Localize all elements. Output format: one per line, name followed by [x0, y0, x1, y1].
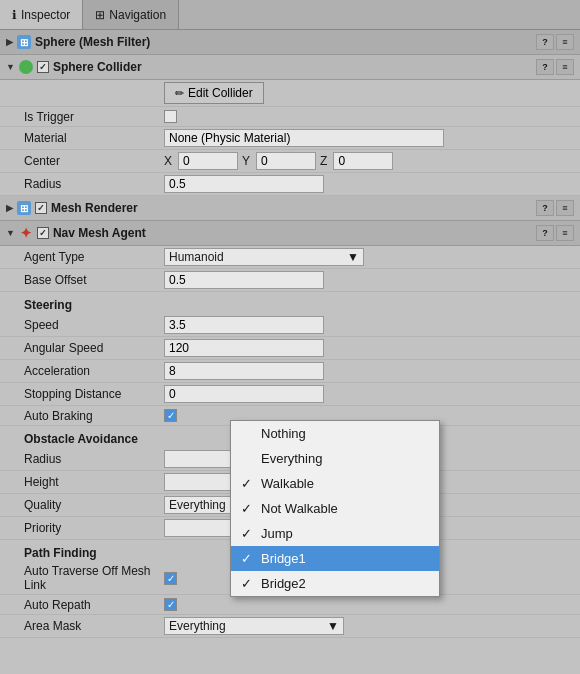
- dropdown-item-bridge1-label: Bridge1: [261, 551, 306, 566]
- is-trigger-row: Is Trigger: [0, 107, 580, 127]
- mesh-filter-help-btn[interactable]: ?: [536, 34, 554, 50]
- inspector-label: Inspector: [21, 8, 70, 22]
- edit-collider-value: ✏ Edit Collider: [164, 82, 572, 104]
- nav-mesh-help-btn[interactable]: ?: [536, 225, 554, 241]
- radius-collider-value: [164, 175, 572, 193]
- angular-speed-label: Angular Speed: [24, 341, 164, 355]
- agent-type-row: Agent Type Humanoid ▼: [0, 246, 580, 269]
- mesh-filter-buttons: ? ≡: [536, 34, 574, 50]
- dropdown-item-walkable-label: Walkable: [261, 476, 314, 491]
- center-x-input[interactable]: [178, 152, 238, 170]
- height-label: Height: [24, 475, 164, 489]
- sphere-collider-buttons: ? ≡: [536, 59, 574, 75]
- base-offset-value: [164, 271, 572, 289]
- mesh-renderer-menu-btn[interactable]: ≡: [556, 200, 574, 216]
- tab-inspector[interactable]: ℹ Inspector: [0, 0, 83, 29]
- edit-collider-icon: ✏: [175, 87, 184, 100]
- dropdown-item-everything-label: Everything: [261, 451, 322, 466]
- auto-braking-checkbox[interactable]: ✓: [164, 409, 177, 422]
- mesh-renderer-header[interactable]: ▶ ⊞ Mesh Renderer ? ≡: [0, 196, 580, 221]
- mesh-filter-header[interactable]: ▶ ⊞ Sphere (Mesh Filter) ? ≡: [0, 30, 580, 55]
- angular-speed-row: Angular Speed: [0, 337, 580, 360]
- material-row: Material: [0, 127, 580, 150]
- center-label: Center: [24, 154, 164, 168]
- center-y-label: Y: [242, 154, 250, 168]
- auto-repath-checkbox[interactable]: ✓: [164, 598, 177, 611]
- base-offset-input[interactable]: [164, 271, 324, 289]
- mesh-renderer-title: Mesh Renderer: [51, 201, 138, 215]
- speed-input[interactable]: [164, 316, 324, 334]
- nav-mesh-menu-btn[interactable]: ≡: [556, 225, 574, 241]
- steering-label: Steering: [24, 298, 72, 312]
- mesh-renderer-help-btn[interactable]: ?: [536, 200, 554, 216]
- stopping-distance-value: [164, 385, 572, 403]
- inspector-content: ▶ ⊞ Sphere (Mesh Filter) ? ≡ ▼ Sphere Co…: [0, 30, 580, 674]
- navigation-icon: ⊞: [95, 8, 105, 22]
- area-mask-dropdown[interactable]: Everything ▼: [164, 617, 344, 635]
- mesh-renderer-icon: ⊞: [17, 201, 31, 215]
- inspector-icon: ℹ: [12, 8, 17, 22]
- quality-label: Quality: [24, 498, 164, 512]
- dropdown-item-nothing[interactable]: Nothing: [231, 421, 439, 446]
- nav-mesh-header[interactable]: ▼ ✦ Nav Mesh Agent ? ≡: [0, 221, 580, 246]
- area-mask-row: Area Mask Everything ▼: [0, 615, 580, 638]
- speed-value: [164, 316, 572, 334]
- dropdown-item-everything[interactable]: Everything: [231, 446, 439, 471]
- agent-type-dropdown[interactable]: Humanoid ▼: [164, 248, 364, 266]
- radius-collider-row: Radius: [0, 173, 580, 196]
- not-walkable-check: ✓: [241, 501, 252, 516]
- sphere-collider-menu-btn[interactable]: ≡: [556, 59, 574, 75]
- dropdown-item-bridge1[interactable]: ✓ Bridge1: [231, 546, 439, 571]
- is-trigger-checkbox[interactable]: [164, 110, 177, 123]
- nav-mesh-arrow: ▼: [6, 228, 15, 238]
- acceleration-input[interactable]: [164, 362, 324, 380]
- is-trigger-value: [164, 110, 572, 123]
- agent-type-arrow: ▼: [347, 250, 359, 264]
- nav-mesh-enable[interactable]: [37, 227, 49, 239]
- acceleration-row: Acceleration: [0, 360, 580, 383]
- mesh-renderer-arrow: ▶: [6, 203, 13, 213]
- dropdown-item-not-walkable[interactable]: ✓ Not Walkable: [231, 496, 439, 521]
- bridge1-check: ✓: [241, 551, 252, 566]
- sphere-collider-icon: [19, 60, 33, 74]
- bridge2-check: ✓: [241, 576, 252, 591]
- auto-traverse-checkbox[interactable]: ✓: [164, 572, 177, 585]
- speed-label: Speed: [24, 318, 164, 332]
- tab-navigation[interactable]: ⊞ Navigation: [83, 0, 179, 29]
- auto-repath-check: ✓: [167, 599, 175, 610]
- area-mask-selected: Everything: [169, 619, 226, 633]
- dropdown-item-bridge2[interactable]: ✓ Bridge2: [231, 571, 439, 596]
- radius-collider-input[interactable]: [164, 175, 324, 193]
- mesh-filter-title: Sphere (Mesh Filter): [35, 35, 150, 49]
- dropdown-item-jump[interactable]: ✓ Jump: [231, 521, 439, 546]
- tab-bar: ℹ Inspector ⊞ Navigation: [0, 0, 580, 30]
- mesh-filter-menu-btn[interactable]: ≡: [556, 34, 574, 50]
- speed-row: Speed: [0, 314, 580, 337]
- center-value: X Y Z: [164, 152, 572, 170]
- sphere-collider-help-btn[interactable]: ?: [536, 59, 554, 75]
- mesh-renderer-buttons: ? ≡: [536, 200, 574, 216]
- stopping-distance-row: Stopping Distance: [0, 383, 580, 406]
- material-value: [164, 129, 572, 147]
- mesh-renderer-enable[interactable]: [35, 202, 47, 214]
- stopping-distance-input[interactable]: [164, 385, 324, 403]
- center-y-input[interactable]: [256, 152, 316, 170]
- dropdown-item-nothing-label: Nothing: [261, 426, 306, 441]
- center-z-input[interactable]: [333, 152, 393, 170]
- edit-collider-button[interactable]: ✏ Edit Collider: [164, 82, 264, 104]
- sphere-collider-header[interactable]: ▼ Sphere Collider ? ≡: [0, 55, 580, 80]
- material-input[interactable]: [164, 129, 444, 147]
- obstacle-avoidance-label: Obstacle Avoidance: [24, 432, 138, 446]
- dropdown-item-walkable[interactable]: ✓ Walkable: [231, 471, 439, 496]
- edit-collider-row: ✏ Edit Collider: [0, 80, 580, 107]
- auto-repath-row: Auto Repath ✓: [0, 595, 580, 615]
- auto-braking-check: ✓: [167, 410, 175, 421]
- stopping-distance-label: Stopping Distance: [24, 387, 164, 401]
- material-label: Material: [24, 131, 164, 145]
- sphere-collider-enable[interactable]: [37, 61, 49, 73]
- angular-speed-input[interactable]: [164, 339, 324, 357]
- quality-selected: Everything: [169, 498, 226, 512]
- agent-type-selected: Humanoid: [169, 250, 224, 264]
- sphere-collider-title: Sphere Collider: [53, 60, 142, 74]
- agent-type-value: Humanoid ▼: [164, 248, 572, 266]
